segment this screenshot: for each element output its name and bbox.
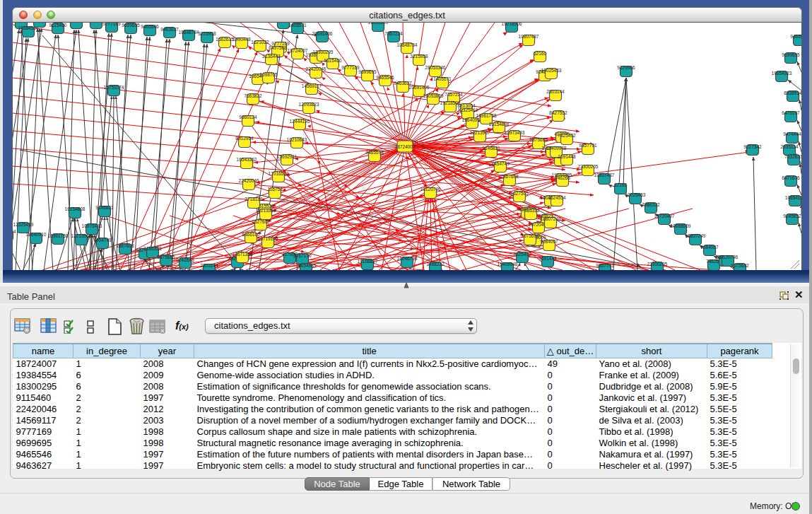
svg-text:3215958: 3215958 [410,54,428,59]
svg-text:1075692: 1075692 [521,233,539,238]
svg-text:9327505: 9327505 [510,191,529,196]
svg-text:15751074: 15751074 [104,85,124,90]
svg-text:7357224: 7357224 [384,31,403,36]
svg-text:12325419: 12325419 [13,222,34,227]
svg-text:116753: 116753 [267,187,283,192]
svg-text:1405571: 1405571 [433,76,452,81]
svg-text:9084067: 9084067 [540,239,558,244]
svg-text:19654923: 19654923 [772,71,792,76]
svg-text:8471676: 8471676 [782,175,800,180]
svg-text:9115460: 9115460 [324,58,342,63]
svg-text:18807249: 18807249 [686,233,706,238]
svg-text:18640910: 18640910 [26,232,47,237]
svg-text:9860124: 9860124 [239,115,257,119]
svg-text:10688609: 10688609 [671,223,691,228]
svg-text:9465546: 9465546 [141,24,159,29]
svg-text:9857791: 9857791 [596,263,614,268]
svg-text:16154808: 16154808 [65,206,86,211]
svg-text:15692911: 15692911 [277,154,298,159]
svg-text:10973493: 10973493 [82,223,102,228]
svg-text:5875685: 5875685 [529,137,548,142]
svg-text:9777169: 9777169 [341,65,360,70]
svg-text:12444195: 12444195 [290,119,310,124]
svg-text:8427552: 8427552 [549,110,567,115]
svg-text:16961758: 16961758 [476,113,497,118]
svg-text:8186328: 8186328 [143,246,162,251]
svg-text:16409948: 16409948 [498,262,518,267]
svg-text:12213369: 12213369 [256,208,276,213]
svg-text:10848784: 10848784 [179,30,199,35]
svg-text:1621022: 1621022 [251,40,269,45]
svg-text:16053809: 16053809 [423,93,444,98]
svg-text:3498222: 3498222 [426,262,445,267]
svg-text:3215958: 3215958 [198,31,216,36]
svg-text:9474444: 9474444 [783,132,801,136]
svg-text:6497568: 6497568 [269,45,287,50]
svg-text:20691406: 20691406 [409,85,430,90]
svg-text:9146821: 9146821 [95,205,114,210]
svg-text:2718126: 2718126 [245,197,263,201]
svg-text:1691448: 1691448 [558,154,576,159]
svg-text:9115460: 9115460 [49,23,67,28]
svg-text:10120746: 10120746 [718,255,739,259]
svg-text:5875685: 5875685 [157,255,175,259]
svg-text:19218506: 19218506 [502,23,522,26]
svg-text:18724007: 18724007 [288,48,308,53]
svg-text:16046798: 16046798 [397,256,418,261]
svg-text:22420046: 22420046 [306,66,326,71]
svg-text:3624554: 3624554 [548,195,566,200]
svg-text:746266: 746266 [555,175,570,180]
svg-text:17016504: 17016504 [269,171,289,176]
svg-text:16409948: 16409948 [546,146,567,151]
svg-text:10719155: 10719155 [258,236,278,241]
svg-text:9699695: 9699695 [782,52,800,57]
svg-text:2867608: 2867608 [500,174,519,179]
svg-text:16543362: 16543362 [237,157,257,162]
svg-text:2803144: 2803144 [546,89,565,94]
svg-text:9857791: 9857791 [579,143,597,148]
svg-text:9245652: 9245652 [783,214,801,218]
svg-text:6479197: 6479197 [782,110,800,115]
svg-text:6990448: 6990448 [233,37,251,42]
svg-text:9242848: 9242848 [176,257,194,262]
svg-text:9227342: 9227342 [743,144,762,149]
svg-text:22420046: 22420046 [239,178,259,183]
svg-text:1527602: 1527602 [252,219,270,224]
svg-text:15720407: 15720407 [654,214,675,218]
svg-text:10671355: 10671355 [233,252,253,257]
svg-text:9146821: 9146821 [482,146,500,151]
svg-text:7986322: 7986322 [522,208,540,213]
svg-text:28053346: 28053346 [425,65,446,70]
svg-text:62160: 62160 [534,51,546,56]
svg-text:18724007: 18724007 [395,144,416,149]
svg-text:2136443: 2136443 [262,54,281,59]
svg-text:10654112: 10654112 [785,195,801,200]
svg-text:10807487: 10807487 [519,34,539,39]
svg-text:2803144: 2803144 [200,263,218,268]
svg-text:10848784: 10848784 [397,42,418,47]
svg-text:16154808: 16154808 [489,122,510,127]
svg-text:1562615: 1562615 [216,37,234,42]
svg-text:10025453: 10025453 [625,192,646,197]
svg-text:12325419: 12325419 [458,107,478,112]
svg-text:10973493: 10973493 [505,130,525,135]
svg-text:8454749: 8454749 [491,161,510,166]
svg-text:1098765: 1098765 [259,72,278,77]
svg-text:9465578: 9465578 [790,34,801,39]
svg-text:10807487: 10807487 [594,173,615,177]
svg-text:12093823: 12093823 [299,102,319,107]
svg-text:8912954: 8912954 [235,136,254,141]
svg-text:7625402: 7625402 [513,252,531,257]
svg-text:9699695: 9699695 [122,23,140,28]
svg-text:18640910: 18640910 [462,117,483,122]
svg-text:7663822: 7663822 [244,93,262,98]
svg-text:1691448: 1691448 [539,256,557,261]
svg-text:18807249: 18807249 [541,216,561,221]
svg-text:7625402: 7625402 [558,133,576,138]
svg-text:20691406: 20691406 [312,31,333,36]
svg-text:19654985: 19654985 [296,263,317,268]
svg-text:18300295: 18300295 [313,49,334,54]
svg-text:16961758: 16961758 [48,233,69,238]
svg-text:23300205: 23300205 [578,164,599,169]
svg-text:8454749: 8454749 [93,238,112,243]
